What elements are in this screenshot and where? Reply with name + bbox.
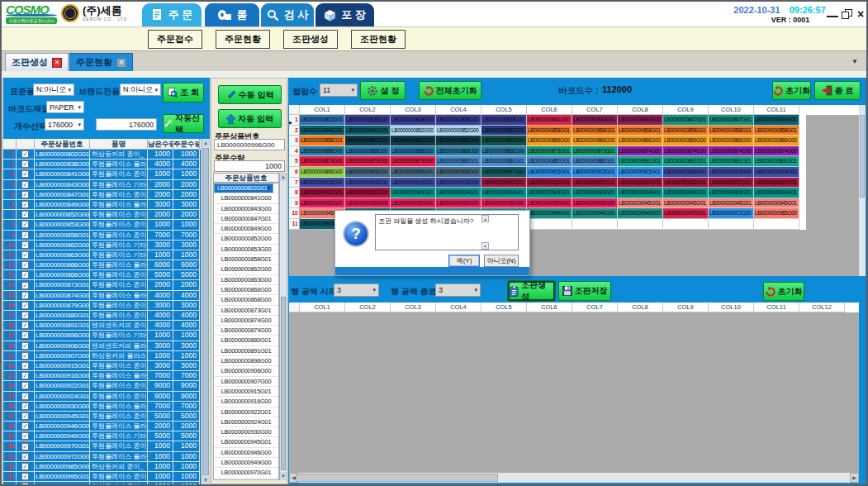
list-item[interactable]: LB0000000907G00 — [214, 377, 278, 387]
scroll-down-icon[interactable]: ▼ — [280, 472, 287, 480]
table-row[interactable]: 6✓LB0000000849G00투썸플레이스 플라_30003000 — [3, 200, 201, 210]
grid-cell[interactable]: LB0000000891G01 — [709, 156, 754, 167]
grid-cell[interactable]: LB0000000879G00 — [345, 156, 391, 167]
scroll-up-icon[interactable]: ▲ — [280, 173, 287, 181]
grid-cell[interactable]: LB0000000858G01 — [527, 126, 572, 136]
checkbox[interactable]: ✓ — [21, 432, 29, 440]
grid-cell[interactable]: LB0000000868G00 — [391, 146, 436, 157]
grid-cell[interactable]: LB0000000930G00 — [572, 198, 618, 209]
table-row[interactable]: 13✓LB0000000868G00투썸플레이스 종이_50005000 — [3, 270, 201, 280]
grid-cell[interactable]: LB0000000802G01 — [300, 115, 345, 126]
list-item[interactable]: LB0000000946G00 — [214, 448, 278, 458]
list-item[interactable]: LB0000000863G00 — [214, 275, 278, 285]
layout-grid-scrollbar[interactable] — [859, 105, 866, 276]
table-row[interactable]: 23✓LB0000000916G00투썸플레이스 플라_70007000 — [3, 371, 201, 381]
grid-cell[interactable]: LB0000000906G00 — [391, 167, 436, 178]
grid-cell[interactable]: LB0000000922G01 — [572, 178, 618, 188]
grid-cell[interactable]: LB0000000866G00 — [663, 136, 709, 146]
grid-cell[interactable]: LB0000000843G00 — [572, 115, 618, 126]
grid-cell[interactable]: LB0000000880G01 — [527, 156, 572, 167]
tab-list-chevron-icon[interactable]: ▼ — [851, 58, 858, 65]
grid-cell[interactable]: LB0000000879G00 — [300, 156, 345, 167]
checkbox[interactable]: ✓ — [21, 191, 29, 198]
checkbox[interactable]: ✓ — [21, 302, 29, 309]
menu-button-layout-status[interactable]: 조판현황 — [351, 30, 406, 49]
table-row[interactable]: 9✓LB0000000858G01투썸플레이스 종이_70007000 — [3, 231, 201, 241]
grid-cell[interactable]: LB0000000949G00 — [618, 208, 663, 219]
grid-cell[interactable]: LB0000000924G01 — [618, 188, 663, 198]
table-row[interactable]: 22✓LB0000000915G01투썸플레이스 종이_30003000 — [3, 361, 201, 371]
auto-select-button[interactable]: 자동선택 — [163, 114, 204, 133]
grid-cell[interactable]: LB0000000945G01 — [618, 198, 663, 209]
grid-cell[interactable]: LB0000000922G01 — [481, 178, 527, 188]
grid-cell[interactable]: LB0000000858G01 — [618, 126, 663, 136]
grid-cell[interactable]: LB0000000868G00 — [481, 146, 527, 157]
table-row[interactable]: 25✓LB0000000924G01투썸플레이스 종이_90009000 — [3, 392, 201, 402]
grid-cell[interactable]: LB0000000866G00 — [709, 136, 754, 146]
nav-tab-roll[interactable]: 롤 — [205, 3, 259, 26]
search-button[interactable]: 조 회 — [163, 83, 204, 102]
grid-cell-empty[interactable] — [663, 219, 709, 230]
count-input[interactable] — [96, 118, 157, 131]
list-item[interactable]: LB0000000853G00 — [214, 245, 278, 255]
grid-cell[interactable]: LB0000000880G01 — [481, 156, 527, 167]
grid-cell[interactable]: LB0000000838G00 — [436, 115, 481, 126]
standard-container-select[interactable]: N:아니오 — [33, 83, 74, 96]
yes-button[interactable]: 예(Y) — [448, 255, 480, 267]
grid-cell[interactable]: LB0000000922G01 — [709, 178, 754, 188]
checkbox[interactable]: ✓ — [21, 221, 29, 228]
grid-cell[interactable]: LB0000000922G01 — [300, 188, 345, 198]
reset-button[interactable]: 초기화 — [772, 81, 811, 100]
grid-cell[interactable]: LB0000000906G00 — [436, 167, 481, 178]
grid-cell[interactable]: LB0000000858G01 — [572, 126, 618, 136]
scrollbar-thumb[interactable] — [202, 148, 209, 475]
list-item[interactable]: LB0000000879G00 — [214, 326, 278, 336]
grid-cell[interactable]: LB0000000874G00 — [618, 146, 663, 157]
grid-cell[interactable]: LB0000000924G01 — [481, 188, 527, 198]
grid-cell-empty[interactable] — [527, 219, 572, 230]
grid-cell[interactable]: LB0000000916G00 — [300, 178, 345, 188]
checkbox[interactable]: ✓ — [21, 331, 29, 339]
grid-cell[interactable]: LB0000000916G00 — [391, 178, 436, 188]
grid-cell[interactable]: LB0000000945G01 — [663, 198, 709, 209]
grid-cell[interactable]: LB0000000843G00 — [618, 115, 663, 126]
grid-cell[interactable]: LB0000000852G00 — [436, 126, 481, 136]
list-item[interactable]: LB0000000849G00 — [214, 224, 278, 234]
row-blank-end-select[interactable]: 3 — [435, 284, 481, 297]
table-row[interactable]: 19✓LB0000000896G00투썸플레이스 기타_10001000 — [3, 331, 201, 341]
order-code-input[interactable] — [214, 139, 285, 150]
list-item[interactable]: LB0000000906G00 — [214, 366, 278, 376]
checkbox[interactable]: ✓ — [21, 231, 29, 239]
list-item[interactable]: LB0000000873G01 — [214, 306, 278, 316]
grid-cell[interactable]: LB0000000858G01 — [300, 136, 345, 146]
table-row[interactable]: 28✓LB0000000946G00투썸플레이스 플라_20002000 — [3, 422, 201, 431]
grid-cell[interactable]: LB0000000924G01 — [663, 188, 709, 198]
table-row[interactable]: 1✓LB0000000802G01하상동커피 종이_10001000 — [3, 150, 201, 160]
grid-cell[interactable]: LB0000000930G00 — [436, 198, 481, 209]
grid-cell[interactable]: LB0000000873G01 — [572, 146, 618, 157]
checkbox[interactable]: ✓ — [21, 292, 29, 299]
checkbox[interactable]: ✓ — [21, 443, 29, 450]
grid-cell-empty[interactable] — [618, 219, 663, 230]
scrollbar-thumb[interactable] — [281, 297, 286, 470]
grid-cell[interactable]: LB0000000945G01 — [754, 198, 799, 209]
checkbox[interactable]: ✓ — [21, 412, 29, 420]
grid-cell[interactable]: LB0000000915G01 — [618, 167, 663, 178]
grid-cell[interactable]: LB0000000930G00 — [300, 198, 345, 209]
list-item[interactable]: LB0000000852G00 — [214, 234, 278, 244]
grid-cell[interactable]: LB0000000849G00 — [345, 126, 391, 136]
table-row[interactable]: 8✓LB0000000853G00투썸플레이스 종이_10001000 — [3, 220, 201, 230]
grid-cell[interactable]: LB0000000891G01 — [618, 156, 663, 167]
tab-order-status[interactable]: 주문현황 ✕ — [69, 53, 133, 71]
table-row[interactable]: 18✓LB0000000891G01텐퍼센트커피 종이_40004000 — [3, 321, 201, 331]
checkbox[interactable]: ✓ — [21, 473, 29, 480]
grid-cell[interactable]: LB0000000879G00 — [391, 156, 436, 167]
brand-only-select[interactable]: N:아니오 — [120, 83, 161, 96]
grid-cell[interactable]: LB0000000853G00 — [481, 126, 527, 136]
table-row[interactable]: 21✓LB0000000907G00하상동커피 플라스_10001000 — [3, 351, 201, 361]
grid-cell[interactable]: LB0000000838G00 — [391, 115, 436, 126]
table-row[interactable]: 12✓LB0000000866G00투썸플레이스 플라_60006000 — [3, 260, 201, 270]
checkbox[interactable]: ✓ — [21, 271, 29, 279]
list-item[interactable]: LB0000000802G01 — [214, 183, 273, 193]
list-item[interactable]: LB0000000874G00 — [214, 316, 278, 326]
